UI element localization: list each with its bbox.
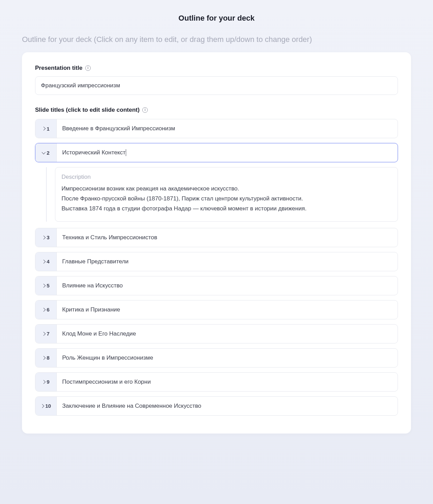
slide-title-input[interactable]: Постимпрессионизм и его Корни — [57, 373, 398, 391]
slide-row[interactable]: 5Влияние на Искусство — [35, 276, 398, 295]
slide-number-toggle[interactable]: 5 — [35, 276, 57, 295]
slide-number-toggle[interactable]: 7 — [35, 325, 57, 343]
info-icon[interactable]: i — [85, 65, 91, 71]
slide-number: 6 — [47, 307, 49, 313]
chevron-right-icon — [42, 380, 45, 384]
slide-number-toggle[interactable]: 2 — [35, 143, 57, 162]
slide-number-toggle[interactable]: 4 — [35, 252, 57, 271]
slide-row[interactable]: 10Заключение и Влияние на Современное Ис… — [35, 396, 398, 416]
slide-row[interactable]: 6Критика и Признание — [35, 300, 398, 319]
slide-description-wrap: DescriptionИмпрессионизм возник как реак… — [46, 167, 398, 222]
slide-number: 1 — [47, 126, 49, 132]
slide-row[interactable]: 7Клод Моне и Его Наследие — [35, 324, 398, 343]
slide-number: 9 — [47, 379, 49, 385]
chevron-right-icon — [42, 356, 45, 360]
slide-row[interactable]: 8Роль Женщин в Импрессионизме — [35, 348, 398, 368]
slide-number-toggle[interactable]: 10 — [35, 397, 57, 415]
slide-number-toggle[interactable]: 8 — [35, 349, 57, 367]
slide-row[interactable]: 1Введение в Французский Импрессионизм — [35, 119, 398, 138]
slide-number: 7 — [47, 331, 49, 337]
chevron-right-icon — [42, 235, 45, 239]
outline-card: Presentation title i Slide titles (click… — [22, 52, 411, 434]
chevron-right-icon — [42, 284, 45, 287]
text-cursor — [126, 149, 126, 156]
chevron-down-icon — [42, 150, 45, 154]
info-icon[interactable]: i — [142, 107, 148, 113]
slide-title-input[interactable]: Введение в Французский Импрессионизм — [57, 119, 398, 138]
chevron-right-icon — [42, 260, 45, 263]
chevron-right-icon — [42, 332, 45, 336]
chevron-right-icon — [40, 404, 44, 408]
slide-title-input[interactable]: Главные Представители — [57, 252, 398, 271]
description-label: Description — [62, 174, 391, 180]
slide-number: 10 — [45, 403, 51, 409]
chevron-right-icon — [42, 127, 45, 130]
slide-title-input[interactable]: Критика и Признание — [57, 300, 398, 319]
slide-title-input[interactable]: Техника и Стиль Импрессионистов — [57, 228, 398, 247]
page-title: Outline for your deck — [22, 14, 411, 23]
page-subtitle: Outline for your deck (Click on any item… — [22, 35, 411, 44]
slide-number: 4 — [47, 259, 49, 264]
slide-number-toggle[interactable]: 9 — [35, 373, 57, 391]
slide-row[interactable]: 2Исторический Контекст — [35, 143, 398, 162]
presentation-title-input[interactable] — [35, 76, 398, 95]
slide-row[interactable]: 9Постимпрессионизм и его Корни — [35, 372, 398, 392]
slide-number: 5 — [47, 283, 49, 288]
description-text[interactable]: Импрессионизм возник как реакция на акад… — [62, 184, 391, 214]
slide-title-input[interactable]: Роль Женщин в Импрессионизме — [57, 349, 398, 367]
slide-number: 8 — [47, 355, 49, 361]
slide-row[interactable]: 4Главные Представители — [35, 252, 398, 271]
slide-number-toggle[interactable]: 6 — [35, 300, 57, 319]
slide-title-input[interactable]: Влияние на Искусство — [57, 276, 398, 295]
slide-number-toggle[interactable]: 1 — [35, 119, 57, 138]
slide-row[interactable]: 3Техника и Стиль Импрессионистов — [35, 228, 398, 247]
slide-number: 3 — [47, 234, 49, 240]
presentation-title-label: Presentation title — [35, 65, 82, 72]
slide-titles-label: Slide titles (click to edit slide conten… — [35, 107, 140, 113]
slide-number-toggle[interactable]: 3 — [35, 228, 57, 247]
slide-title-input[interactable]: Заключение и Влияние на Современное Иску… — [57, 397, 398, 415]
tree-line — [46, 167, 47, 222]
slide-title-input[interactable]: Исторический Контекст — [57, 143, 398, 162]
slide-description-box[interactable]: DescriptionИмпрессионизм возник как реак… — [55, 167, 398, 222]
slide-title-input[interactable]: Клод Моне и Его Наследие — [57, 325, 398, 343]
slide-number: 2 — [47, 150, 49, 156]
chevron-right-icon — [42, 308, 45, 311]
